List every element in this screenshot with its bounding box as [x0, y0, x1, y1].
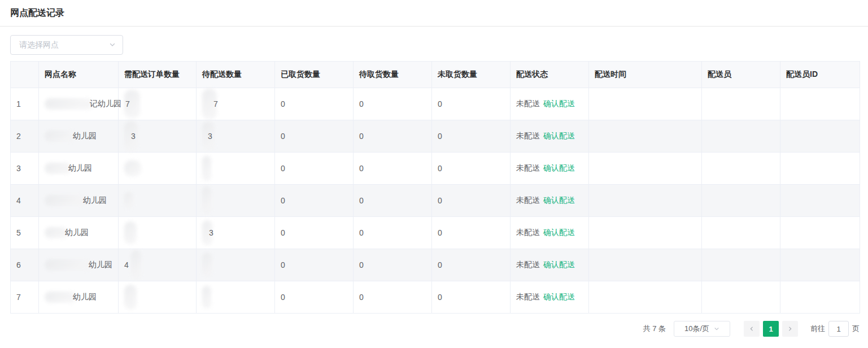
- confirm-delivery-link[interactable]: 确认配送: [543, 195, 575, 205]
- delivery-time: [589, 249, 702, 281]
- unpicked-value: 0: [432, 185, 511, 217]
- delivery-time: [589, 185, 702, 217]
- chevron-right-icon: [787, 325, 793, 333]
- courier: [702, 249, 780, 281]
- page-size-label: 10条/页: [684, 324, 709, 334]
- pagination-bar: 共 7 条 10条/页 1 前往 页: [0, 321, 868, 337]
- header-orders-to-deliver: 需配送订单数量: [119, 62, 197, 88]
- unpicked-value: 0: [432, 88, 511, 120]
- header-delivery-status: 配送状态: [511, 62, 589, 88]
- status-text: 未配送: [516, 292, 540, 301]
- orders-value: 7: [125, 99, 130, 108]
- picked-value: 0: [275, 249, 354, 281]
- table-row: 2 幼儿园 3 3 0 0 0 未配送确认配送: [11, 120, 860, 153]
- courier-id: [780, 185, 860, 217]
- row-index: 1: [11, 88, 39, 120]
- table-row: 7 幼儿园 0 0 0 未配送确认配送: [11, 281, 860, 314]
- status-text: 未配送: [516, 195, 540, 205]
- confirm-delivery-link[interactable]: 确认配送: [543, 292, 575, 301]
- status-text: 未配送: [516, 260, 540, 269]
- confirm-delivery-link[interactable]: 确认配送: [543, 260, 575, 269]
- awaiting-value: 0: [354, 281, 432, 314]
- page-header: 网点配送记录: [0, 0, 868, 27]
- redaction-blob: [45, 163, 72, 174]
- awaiting-value: 0: [354, 249, 432, 281]
- pending-value: 7: [213, 99, 218, 108]
- table-header-row: 网点名称 需配送订单数量 待配送数量 已取货数量 待取货数量 未取货数量 配送状…: [11, 62, 860, 88]
- confirm-delivery-link[interactable]: 确认配送: [543, 163, 575, 172]
- row-index: 4: [11, 185, 39, 217]
- page-size-select[interactable]: 10条/页: [674, 321, 730, 337]
- orders-value: 3: [131, 132, 136, 141]
- delivery-time: [589, 120, 702, 153]
- chevron-down-icon: [109, 41, 116, 50]
- awaiting-value: 0: [354, 120, 432, 153]
- delivery-time: [589, 217, 702, 249]
- redaction-blob: [124, 285, 137, 310]
- courier: [702, 88, 780, 120]
- delivery-time: [589, 281, 702, 314]
- row-index: 3: [11, 153, 39, 185]
- awaiting-value: 0: [354, 185, 432, 217]
- pending-value: 3: [209, 228, 213, 237]
- redaction-blob: [202, 186, 211, 215]
- redaction-blob: [45, 130, 76, 142]
- table-row: 3 幼儿园 0 0 0 未配送确认配送: [11, 153, 860, 185]
- chevron-left-icon: [749, 325, 754, 333]
- picked-value: 0: [275, 88, 354, 120]
- delivery-time: [589, 88, 702, 120]
- courier: [702, 217, 780, 249]
- site-name: 记幼儿园: [90, 99, 121, 109]
- goto-page-input[interactable]: [828, 321, 849, 337]
- courier-id: [780, 281, 860, 314]
- picked-value: 0: [275, 153, 354, 185]
- delivery-table: 网点名称 需配送订单数量 待配送数量 已取货数量 待取货数量 未取货数量 配送状…: [10, 61, 860, 314]
- header-delivery-time: 配送时间: [589, 62, 702, 88]
- redaction-blob: [124, 192, 133, 209]
- table-row: 1 记幼儿园 7 7 0 0 0 未配送确认配送: [11, 88, 860, 120]
- status-text: 未配送: [516, 131, 540, 140]
- site-name: 幼儿园: [89, 260, 112, 270]
- table-row: 4 幼儿园 0 0 0 未配送确认配送: [11, 185, 860, 217]
- orders-value: 4: [124, 260, 129, 269]
- redaction-blob: [202, 286, 211, 308]
- redaction-blob: [202, 156, 211, 181]
- site-select[interactable]: 请选择网点: [10, 35, 123, 55]
- redaction-blob: [45, 292, 76, 303]
- page-number-button[interactable]: 1: [763, 321, 779, 337]
- header-courier-id: 配送员ID: [780, 62, 860, 88]
- unpicked-value: 0: [432, 153, 511, 185]
- redaction-blob: [45, 259, 92, 271]
- goto-unit: 页: [852, 324, 860, 334]
- courier: [702, 185, 780, 217]
- header-picked-up: 已取货数量: [275, 62, 354, 88]
- header-pending-delivery: 待配送数量: [197, 62, 275, 88]
- confirm-delivery-link[interactable]: 确认配送: [543, 131, 575, 140]
- courier-id: [780, 153, 860, 185]
- header-courier: 配送员: [702, 62, 780, 88]
- row-index: 6: [11, 249, 39, 281]
- prev-page-button[interactable]: [744, 321, 760, 337]
- awaiting-value: 0: [354, 217, 432, 249]
- awaiting-value: 0: [354, 153, 432, 185]
- picked-value: 0: [275, 185, 354, 217]
- redaction-blob: [124, 221, 137, 244]
- confirm-delivery-link[interactable]: 确认配送: [543, 99, 575, 108]
- courier-id: [780, 88, 860, 120]
- header-not-picked: 未取货数量: [432, 62, 511, 88]
- courier-id: [780, 249, 860, 281]
- site-select-placeholder: 请选择网点: [19, 40, 59, 50]
- unpicked-value: 0: [432, 281, 511, 314]
- status-text: 未配送: [516, 228, 540, 237]
- redaction-blob: [124, 160, 141, 176]
- confirm-delivery-link[interactable]: 确认配送: [543, 228, 575, 237]
- unpicked-value: 0: [432, 120, 511, 153]
- redaction-blob: [45, 195, 86, 206]
- courier: [702, 120, 780, 153]
- row-index: 2: [11, 120, 39, 153]
- awaiting-value: 0: [354, 88, 432, 120]
- courier: [702, 281, 780, 314]
- next-page-button[interactable]: [782, 321, 798, 337]
- unpicked-value: 0: [432, 217, 511, 249]
- site-name: 幼儿园: [68, 163, 92, 173]
